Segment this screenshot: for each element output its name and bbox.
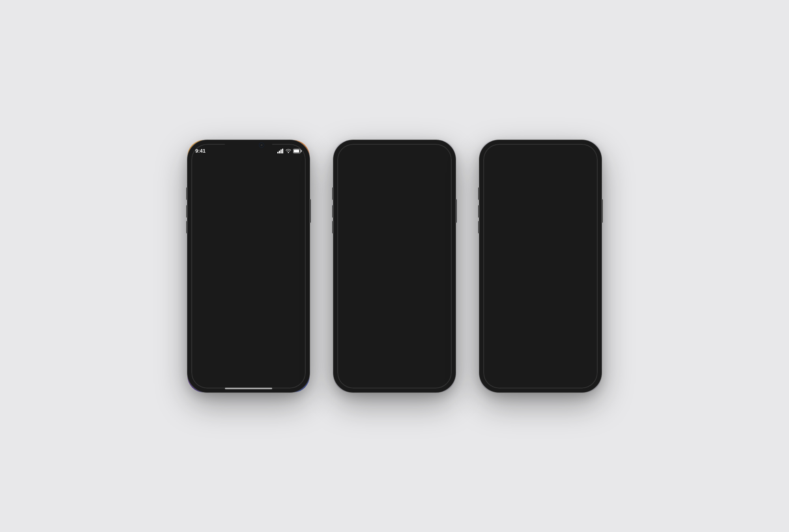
battery-icon-2	[439, 149, 448, 153]
svg-rect-20	[569, 152, 570, 153]
flashlight-icon[interactable]: 🔦	[202, 359, 211, 369]
modal-header-2: ✕ Main Door-Entry 24F Remote Call	[341, 231, 449, 265]
svg-rect-17	[447, 150, 448, 152]
lock-icon	[244, 168, 253, 181]
phone-3-screen: 9:41	[479, 140, 602, 392]
unlock-label-3: Unlock	[555, 367, 570, 373]
modal-video-3	[487, 267, 595, 330]
lock-svg	[244, 168, 253, 179]
svg-point-10	[203, 241, 205, 243]
notif-header: UniFi Access now	[200, 239, 297, 246]
svg-rect-0	[277, 152, 279, 153]
signal-icon	[277, 149, 284, 153]
battery-icon-3	[585, 149, 594, 153]
status-icons-2	[423, 149, 448, 153]
notif-body: Remote Call	[200, 254, 297, 259]
svg-point-8	[248, 174, 249, 175]
svg-rect-5	[294, 149, 299, 152]
decline-circle-3[interactable]	[506, 338, 531, 364]
svg-point-42	[539, 284, 542, 287]
svg-rect-11	[423, 152, 424, 153]
modal-subtitle-2: 24F	[349, 246, 441, 252]
answer-circle-2[interactable]	[404, 338, 429, 364]
status-time-2: 9:41	[341, 148, 351, 154]
modal-subtitle-3: 24F	[495, 247, 587, 253]
notch-2	[371, 140, 418, 151]
notif-app: UniFi Access	[200, 239, 237, 246]
battery-icon	[293, 149, 302, 153]
svg-line-47	[565, 353, 565, 353]
decline-icon-2	[368, 347, 377, 355]
answer-label-2: Answer	[408, 367, 425, 373]
wifi-icon-2	[432, 149, 437, 153]
modal-timer-3: 0:07	[495, 254, 587, 260]
unifi-icon	[201, 240, 206, 245]
svg-point-32	[574, 275, 594, 304]
status-icons-1	[277, 149, 302, 153]
modal-close-2[interactable]: ✕	[432, 236, 442, 246]
decline-label-3: Decline	[510, 367, 527, 373]
home-indicator-2	[371, 388, 418, 389]
phone-1-lockscreen: 9:41	[187, 140, 310, 392]
svg-point-41	[531, 284, 534, 287]
door-device-2	[377, 277, 412, 320]
signal-icon-3	[569, 149, 576, 153]
unlock-btn-3[interactable]: Unlock	[550, 338, 575, 373]
svg-line-48	[565, 353, 566, 354]
modal-card-2: ✕ Main Door-Entry 24F Remote Call	[341, 231, 449, 381]
modal-actions-2: Decline Answer	[341, 330, 449, 381]
svg-rect-38	[524, 273, 528, 288]
unlock-circle-3[interactable]	[550, 338, 575, 364]
blur-line-2	[360, 171, 441, 174]
modal-bg-3: 9:41	[479, 140, 602, 392]
svg-rect-1	[279, 151, 280, 153]
svg-rect-35	[520, 301, 553, 330]
blur-line-3	[506, 171, 587, 174]
camera-icon[interactable]: 📷	[286, 359, 295, 369]
modal-close-3[interactable]: ✕	[578, 237, 588, 246]
decline-btn-2[interactable]: Decline	[360, 338, 385, 373]
blur-dot-2	[348, 168, 357, 177]
svg-rect-22	[572, 149, 574, 153]
svg-rect-21	[571, 151, 572, 153]
notif-title: Calling from Main Door, 24F-Entry	[200, 247, 297, 253]
blur-dot-3	[494, 168, 503, 177]
decline-btn-3[interactable]: Decline	[506, 338, 531, 373]
svg-rect-16	[440, 149, 445, 152]
lock-notification[interactable]: UniFi Access now Calling from Main Door,…	[195, 235, 302, 263]
phone-3-unlock: 9:41	[479, 140, 602, 392]
notif-time: now	[289, 240, 297, 245]
phone-2-screen: 9:41	[333, 140, 456, 392]
blur-notif-2	[344, 166, 445, 179]
blur-notif-3	[490, 166, 591, 179]
modal-image-2	[341, 265, 449, 330]
signal-icon-2	[423, 149, 430, 153]
lock-date: Monday, Feb 3	[225, 212, 272, 220]
answer-btn-2[interactable]: Answer	[404, 338, 429, 373]
modal-actions-3: Decline Unlock	[487, 330, 595, 381]
svg-rect-12	[425, 151, 426, 153]
person-svg	[487, 267, 595, 330]
svg-rect-26	[593, 150, 594, 152]
answer-icon-2	[412, 347, 421, 355]
svg-rect-25	[586, 149, 591, 152]
lock-bottom: 🔦 swipe up to open 📷	[187, 359, 310, 369]
home-indicator-3	[517, 388, 564, 389]
lock-time: 9:41	[222, 179, 275, 212]
svg-rect-13	[426, 149, 428, 153]
decline-icon-3	[514, 347, 523, 355]
svg-rect-29	[487, 267, 528, 298]
notif-app-name: UniFi Access	[209, 240, 237, 245]
svg-rect-2	[280, 149, 282, 153]
svg-rect-14	[428, 149, 429, 153]
svg-rect-39	[536, 271, 541, 279]
decline-circle-2[interactable]	[360, 338, 385, 364]
status-time-1: 9:41	[195, 148, 206, 154]
app-icon	[200, 239, 207, 246]
modal-title-3: Main Door-Entry	[495, 239, 587, 246]
status-time-3: 9:41	[487, 148, 497, 154]
phone-2-incoming: 9:41	[333, 140, 456, 392]
svg-rect-23	[574, 149, 575, 153]
modal-header-3: ✕ Main Door-Entry 24F 0:07	[487, 231, 595, 267]
svg-rect-6	[301, 150, 302, 152]
